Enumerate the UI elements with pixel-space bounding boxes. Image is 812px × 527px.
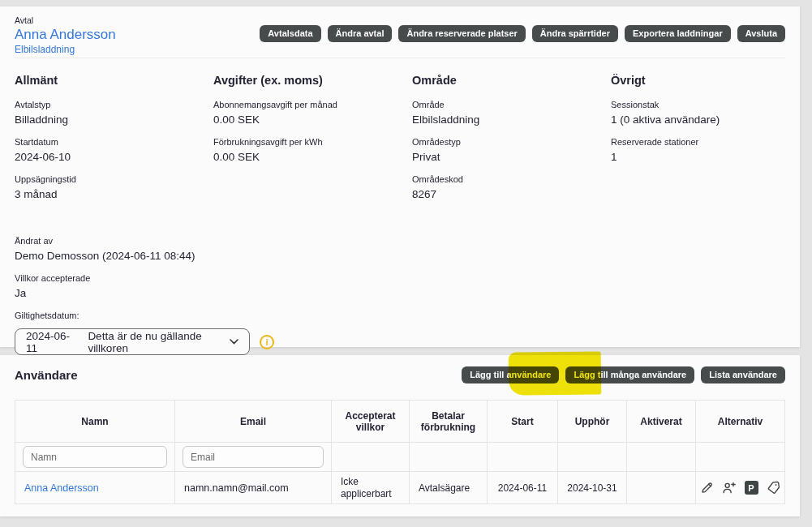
- field-value: Billaddning: [15, 114, 213, 126]
- field-value: 0.00 SEK: [213, 151, 412, 163]
- field-label: Område: [412, 100, 611, 109]
- info-icon[interactable]: i: [260, 335, 274, 349]
- users-header: Användare Lägg till användare Lägg till …: [15, 355, 785, 383]
- email-filter-input[interactable]: [183, 446, 324, 468]
- field-label: Sessionstak: [611, 100, 810, 109]
- lagg-till-anvandare-button[interactable]: Lägg till användare: [462, 366, 559, 383]
- andra-avtal-button[interactable]: Ändra avtal: [328, 25, 393, 42]
- selected-text: Detta är de nu gällande villkoren: [88, 330, 230, 354]
- add-user-icon[interactable]: [722, 481, 737, 495]
- table-header-row: Namn Email Accepterat villkor Betalar fö…: [15, 401, 785, 443]
- edit-icon[interactable]: [700, 481, 714, 495]
- header-start: Start: [488, 401, 558, 443]
- field-reserverade-stationer: Reserverade stationer 1: [611, 137, 810, 163]
- field-value: Demo Demosson (2024-06-11 08:44): [15, 250, 785, 262]
- field-sessionstak: Sessionstak 1 (0 aktiva användare): [611, 100, 810, 126]
- field-value: 1: [611, 151, 810, 163]
- field-label: Ändrat av: [15, 236, 785, 246]
- field-value: Privat: [412, 151, 611, 163]
- field-label: Förbrukningsavgift per kWh: [213, 137, 412, 147]
- details-column-ovrigt: Övrigt Sessionstak 1 (0 aktiva användare…: [611, 74, 810, 212]
- users-actions: Lägg till användare Lägg till många anvä…: [462, 366, 785, 383]
- table-row: Anna Andersson namn.namn@mail.com Icke a…: [15, 472, 785, 504]
- andra-reserverade-platser-button[interactable]: Ändra reserverade platser: [398, 25, 525, 42]
- header-betalar-forbrukning: Betalar förbrukning: [410, 401, 488, 443]
- header-accepterat-villkor: Accepterat villkor: [332, 401, 410, 443]
- agreement-card: Avtal Anna Andersson Elbilsladdning Avta…: [0, 6, 800, 347]
- field-value: 0.00 SEK: [213, 114, 412, 126]
- details-column-avgifter: Avgifter (ex. moms) Abonnemangsavgift pe…: [213, 74, 412, 212]
- parking-icon[interactable]: P: [745, 481, 758, 495]
- details-column-omrade: Område Område Elbilsladdning Områdestyp …: [412, 74, 611, 212]
- field-label: Villkor accepterade: [15, 273, 785, 283]
- exportera-laddningar-button[interactable]: Exportera laddningar: [625, 25, 731, 42]
- user-aktiverat: [627, 472, 696, 504]
- agreement-header: Avtal Anna Andersson Elbilsladdning Avta…: [15, 6, 785, 58]
- agreement-owner-link[interactable]: Anna Andersson: [15, 27, 116, 43]
- table-filter-row: [15, 443, 785, 472]
- user-accepterat-villkor: Icke applicerbart: [332, 472, 410, 504]
- lista-anvandare-button[interactable]: Lista användare: [701, 366, 785, 383]
- field-value: Elbilsladdning: [412, 114, 611, 126]
- user-email: namn.namn@mail.com: [175, 472, 332, 504]
- giltighetsdatum-select[interactable]: 2024-06-11 Detta är de nu gällande villk…: [15, 328, 250, 355]
- header-upphor: Upphör: [558, 401, 627, 443]
- field-andrat-av: Ändrat av Demo Demosson (2024-06-11 08:4…: [15, 236, 785, 262]
- field-value: 2024-06-10: [15, 151, 213, 163]
- field-label: Abonnemangsavgift per månad: [213, 100, 412, 109]
- field-startdatum: Startdatum 2024-06-10: [15, 137, 213, 163]
- agreement-label: Avtal: [15, 15, 116, 25]
- field-abonnemangsavgift: Abonnemangsavgift per månad 0.00 SEK: [213, 100, 412, 126]
- header-namn: Namn: [15, 401, 175, 443]
- giltighetsdatum-label: Giltighetsdatum:: [15, 311, 785, 320]
- field-label: Startdatum: [15, 137, 213, 147]
- column-title: Allmänt: [15, 74, 213, 87]
- header-aktiverat: Aktiverat: [627, 401, 696, 443]
- agreement-area-link[interactable]: Elbilsladdning: [15, 44, 116, 55]
- field-label: Reserverade stationer: [611, 137, 810, 147]
- user-start-date: 2024-06-11: [488, 472, 558, 504]
- field-label: Avtalstyp: [15, 100, 213, 109]
- field-value: 8267: [412, 188, 611, 200]
- user-betalar-forbrukning: Avtalsägare: [410, 472, 488, 504]
- field-value: Ja: [15, 287, 785, 299]
- user-upphor-date: 2024-10-31: [558, 472, 627, 504]
- field-omrade: Område Elbilsladdning: [412, 100, 611, 126]
- details-grid: Allmänt Avtalstyp Billaddning Startdatum…: [15, 74, 785, 212]
- namn-filter-input[interactable]: [23, 446, 167, 468]
- details-column-allmant: Allmänt Avtalstyp Billaddning Startdatum…: [15, 74, 213, 212]
- avtalsdata-button[interactable]: Avtalsdata: [260, 25, 320, 42]
- tag-icon[interactable]: [767, 481, 781, 495]
- chevron-down-icon: [230, 339, 238, 345]
- meta-block: Ändrat av Demo Demosson (2024-06-11 08:4…: [15, 236, 785, 299]
- andra-sparrtider-button[interactable]: Ändra spärrtider: [532, 25, 618, 42]
- field-avtalstyp: Avtalstyp Billaddning: [15, 100, 213, 126]
- lagg-till-manga-anvandare-button[interactable]: Lägg till många användare: [565, 366, 694, 383]
- field-label: Områdestyp: [412, 137, 611, 147]
- users-title: Användare: [15, 368, 78, 382]
- agreement-title-block: Avtal Anna Andersson Elbilsladdning: [15, 15, 116, 55]
- agreement-actions: Avtalsdata Ändra avtal Ändra reserverade…: [260, 25, 785, 42]
- header-alternativ: Alternativ: [696, 401, 785, 443]
- field-label: Områdeskod: [412, 174, 611, 184]
- page: Avtal Anna Andersson Elbilsladdning Avta…: [0, 0, 812, 527]
- avsluta-button[interactable]: Avsluta: [737, 25, 785, 42]
- column-title: Övrigt: [611, 74, 810, 87]
- user-name-link[interactable]: Anna Andersson: [24, 482, 99, 494]
- field-forbrukningsavgift: Förbrukningsavgift per kWh 0.00 SEK: [213, 137, 412, 163]
- column-title: Avgifter (ex. moms): [213, 74, 412, 87]
- field-uppsagningstid: Uppsägningstid 3 månad: [15, 174, 213, 200]
- field-value: 1 (0 aktiva användare): [611, 114, 810, 126]
- column-title: Område: [412, 74, 611, 87]
- header-email: Email: [175, 401, 332, 443]
- selected-date: 2024-06-11: [26, 330, 75, 354]
- users-table: Namn Email Accepterat villkor Betalar fö…: [15, 400, 785, 504]
- validity-block: Giltighetsdatum: 2024-06-11 Detta är de …: [15, 311, 785, 355]
- field-label: Uppsägningstid: [15, 174, 213, 184]
- field-value: 3 månad: [15, 188, 213, 200]
- field-omradestyp: Områdestyp Privat: [412, 137, 611, 163]
- field-omradeskod: Områdeskod 8267: [412, 174, 611, 200]
- users-card: Användare Lägg till användare Lägg till …: [0, 355, 800, 516]
- field-villkor-accepterade: Villkor accepterade Ja: [15, 273, 785, 299]
- user-action-icons: P: [696, 481, 784, 495]
